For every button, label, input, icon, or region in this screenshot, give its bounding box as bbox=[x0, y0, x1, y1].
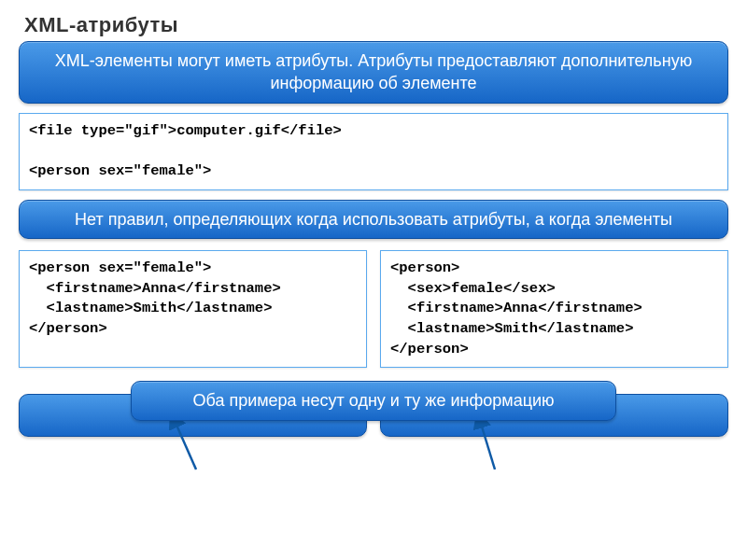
code-example-left: <person sex="female"> <firstname>Anna</f… bbox=[19, 250, 367, 368]
code-example-right: <person> <sex>female</sex> <firstname>An… bbox=[380, 250, 728, 368]
code-example-1: <file type="gif">computer.gif</file> <pe… bbox=[19, 113, 728, 190]
info-box-2: Нет правил, определяющих когда использов… bbox=[19, 200, 728, 239]
slide-title: XML-атрибуты bbox=[24, 13, 728, 37]
bottom-group: Оба примера несут одну и ту же информаци… bbox=[19, 394, 728, 437]
info-box-1: XML-элементы могут иметь атрибуты. Атриб… bbox=[19, 41, 728, 104]
code-row: <person sex="female"> <firstname>Anna</f… bbox=[19, 250, 728, 368]
info-box-3: Оба примера несут одну и ту же информаци… bbox=[131, 381, 616, 420]
